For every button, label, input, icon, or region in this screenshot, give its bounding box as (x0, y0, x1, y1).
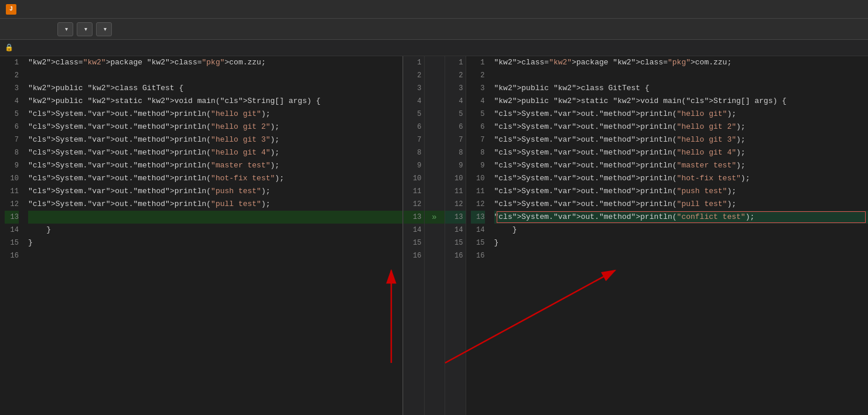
code-line: "cls">System."var">out."method">println(… (494, 133, 869, 146)
right-code: "kw2">class="kw2">package "kw2">class="p… (490, 56, 869, 415)
gutter-line (425, 69, 445, 82)
settings-button[interactable] (151, 22, 165, 36)
swap-button[interactable] (133, 22, 147, 36)
help-button[interactable] (168, 22, 182, 36)
center-line-num-right: 8 (445, 146, 466, 159)
gutter-line (425, 95, 445, 108)
center-line-num-left: 9 (404, 159, 424, 172)
center-line-num-right: 10 (445, 172, 466, 185)
right-line-numbers: 12345678910111213141516 (466, 56, 490, 415)
gutter-line (425, 224, 445, 236)
center-line-num-left: 16 (404, 249, 424, 262)
ignore-chevron: ▾ (84, 26, 87, 32)
center-line-num-left: 10 (404, 172, 424, 185)
close-diff-button[interactable] (115, 22, 129, 36)
line-number: 9 (5, 159, 19, 172)
center-line-num-left: 12 (404, 198, 424, 211)
center-line-num-left: 5 (404, 108, 424, 121)
line-number: 4 (5, 95, 19, 108)
center-line-num-left: 2 (404, 69, 424, 82)
center-line-num-right: 4 (445, 95, 466, 108)
center-line-num-right: 2 (445, 69, 466, 82)
center-line-num-left: 15 (404, 236, 424, 249)
left-line-numbers: 12345678910111213141516 (0, 56, 23, 415)
code-line: "cls">System."var">out."method">println(… (494, 211, 869, 224)
prev-diff-button[interactable] (5, 22, 19, 36)
line-number: 10 (471, 172, 485, 185)
next-diff-button[interactable] (22, 22, 36, 36)
line-number: 8 (471, 146, 485, 159)
highlight-chevron: ▾ (104, 26, 107, 32)
code-line: "kw2">public "kw2">static "kw2">void mai… (28, 95, 402, 108)
code-line: "cls">System."var">out."method">println(… (494, 146, 869, 159)
line-number: 2 (5, 69, 19, 82)
line-number: 16 (5, 249, 19, 262)
code-line: } (494, 236, 869, 249)
ignore-dropdown[interactable]: ▾ (77, 22, 93, 36)
line-number: 7 (5, 133, 19, 146)
app-icon: J (6, 4, 16, 15)
code-line: "cls">System."var">out."method">println(… (28, 146, 402, 159)
line-number: 12 (5, 198, 19, 211)
gutter-line (425, 56, 445, 69)
code-line (494, 249, 869, 262)
code-line: "kw2">class="kw2">package "kw2">class="p… (28, 56, 402, 69)
center-line-num-right: 1 (445, 56, 466, 69)
gutter-line (425, 133, 445, 146)
apply-diff-button[interactable]: » (425, 211, 445, 224)
center-line-num-right: 14 (445, 224, 466, 236)
gutter-line (425, 198, 445, 211)
line-number: 8 (5, 146, 19, 159)
center-line-num-right: 7 (445, 133, 466, 146)
highlight-dropdown[interactable]: ▾ (96, 22, 112, 36)
center-line-num-left: 6 (404, 121, 424, 133)
code-line: "cls">System."var">out."method">println(… (28, 133, 402, 146)
line-number: 15 (471, 236, 485, 249)
code-line: "kw2">public "kw2">static "kw2">void mai… (494, 95, 869, 108)
viewer-dropdown[interactable]: ▾ (57, 22, 73, 36)
center-line-num-right: 13 (445, 211, 466, 224)
center-line-num-right: 15 (445, 236, 466, 249)
left-pane: 12345678910111213141516 "kw2">class="kw2… (0, 56, 403, 415)
line-number: 6 (5, 121, 19, 133)
line-number: 5 (5, 108, 19, 121)
line-number: 9 (471, 159, 485, 172)
center-line-num-right: 9 (445, 159, 466, 172)
center-line-num-left: 8 (404, 146, 424, 159)
center-line-num-left: 3 (404, 82, 424, 95)
code-line: "cls">System."var">out."method">println(… (494, 172, 869, 185)
gutter-line (425, 236, 445, 249)
line-number: 11 (5, 185, 19, 198)
line-number: 16 (471, 249, 485, 262)
center-line-num-right: 16 (445, 249, 466, 262)
code-line: } (494, 224, 869, 236)
center-line-num-left: 14 (404, 224, 424, 236)
viewer-chevron: ▾ (65, 26, 68, 32)
right-pane: 12345678910111213141516 "kw2">class="kw2… (466, 56, 869, 415)
code-line: "cls">System."var">out."method">println(… (494, 121, 869, 133)
line-number: 13 (471, 211, 485, 224)
code-line: "cls">System."var">out."method">println(… (494, 185, 869, 198)
center-line-num-right: 5 (445, 108, 466, 121)
close-button[interactable] (848, 2, 862, 16)
code-line (28, 69, 402, 82)
center-line-num-right: 11 (445, 185, 466, 198)
line-number: 7 (471, 133, 485, 146)
line-number: 2 (471, 69, 485, 82)
left-code: "kw2">class="kw2">package "kw2">class="p… (23, 56, 402, 415)
gutter-line (425, 146, 445, 159)
code-line: "kw2">public "kw2">class GitTest { (494, 82, 869, 95)
center-line-num-right: 6 (445, 121, 466, 133)
lock-icon: 🔒 (5, 43, 13, 52)
line-number: 12 (471, 198, 485, 211)
code-line: "cls">System."var">out."method">println(… (28, 198, 402, 211)
center-line-num-left: 7 (404, 133, 424, 146)
gutter-line (425, 121, 445, 133)
center-line-num-left: 11 (404, 185, 424, 198)
edit-button[interactable] (40, 22, 54, 36)
line-number: 11 (471, 185, 485, 198)
code-line: } (28, 236, 402, 249)
gutter-line (425, 82, 445, 95)
code-line: "cls">System."var">out."method">println(… (494, 198, 869, 211)
info-bar: 🔒 (0, 40, 868, 56)
